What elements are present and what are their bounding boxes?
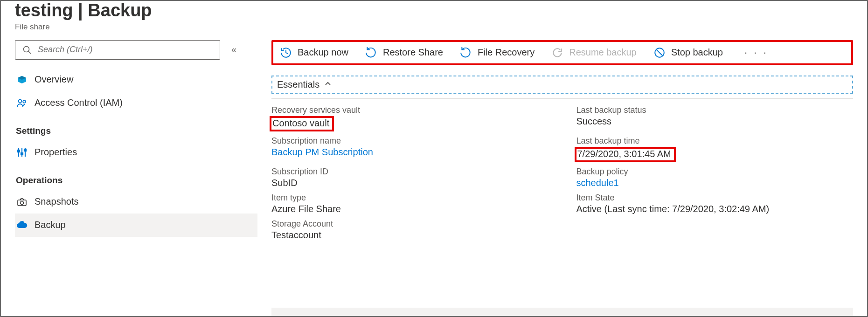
collapse-sidebar-icon[interactable]: « (229, 41, 239, 58)
subscription-name-label: Subscription name (271, 136, 549, 146)
subscription-id-value: SubID (271, 178, 549, 188)
svg-line-13 (656, 49, 662, 55)
refresh-icon (551, 47, 563, 59)
cube-icon (16, 74, 28, 86)
camera-icon (16, 196, 28, 208)
search-icon (21, 44, 33, 56)
item-type-value: Azure File Share (271, 204, 549, 214)
main-panel: Backup now Restore Share File Recovery (257, 40, 853, 316)
cloud-backup-icon (16, 219, 28, 231)
last-backup-time-label: Last backup time (576, 136, 854, 146)
storage-account-value: Testaccount (271, 230, 549, 241)
svg-line-1 (28, 51, 31, 54)
search-box[interactable] (15, 40, 220, 60)
more-actions-button[interactable]: · · · (744, 47, 768, 59)
people-icon (16, 97, 28, 109)
recovery-vault-value[interactable]: Contoso vault (270, 116, 334, 131)
sidebar: « Overview Access Control (IAM) Settings (15, 40, 257, 316)
sliders-icon (16, 146, 28, 158)
stop-backup-button[interactable]: Stop backup (653, 47, 723, 59)
toolbar-label: Resume backup (569, 47, 637, 58)
toolbar-label: Stop backup (671, 47, 723, 58)
item-state-value: Active (Last sync time: 7/29/2020, 3:02:… (576, 204, 854, 214)
resume-backup-button: Resume backup (551, 47, 637, 59)
svg-point-0 (24, 46, 29, 52)
sidebar-section-operations: Operations (15, 164, 257, 190)
sidebar-item-label: Properties (35, 147, 77, 158)
subscription-name-value[interactable]: Backup PM Subscription (271, 147, 549, 158)
toolbar-label: Restore Share (383, 47, 443, 58)
toolbar-label: Backup now (298, 47, 348, 58)
backup-policy-label: Backup policy (576, 167, 854, 177)
essentials-toggle[interactable]: Essentials (271, 76, 853, 94)
svg-rect-9 (24, 149, 26, 151)
svg-point-3 (23, 100, 26, 103)
sidebar-item-label: Access Control (IAM) (35, 97, 123, 108)
sidebar-section-settings: Settings (15, 115, 257, 141)
sidebar-item-label: Overview (35, 74, 73, 85)
sidebar-item-snapshots[interactable]: Snapshots (15, 190, 257, 214)
last-backup-status-label: Last backup status (576, 105, 854, 115)
file-recovery-button[interactable]: File Recovery (460, 47, 535, 59)
toolbar: Backup now Restore Share File Recovery (271, 40, 853, 65)
svg-rect-7 (18, 150, 20, 152)
last-backup-status-value: Success (576, 116, 854, 127)
search-input[interactable] (38, 45, 214, 55)
subscription-id-label: Subscription ID (271, 167, 549, 177)
undo-icon (460, 47, 472, 59)
essentials-grid: Recovery services vault Contoso vault La… (271, 105, 853, 241)
last-backup-time-value: 7/29/2020, 3:01:45 AM (575, 147, 676, 162)
divider (271, 98, 853, 99)
page-title: testing | Backup (15, 1, 853, 21)
sidebar-item-label: Backup (35, 220, 66, 230)
sidebar-item-label: Snapshots (35, 196, 79, 207)
svg-point-11 (21, 201, 24, 204)
stop-icon (653, 47, 666, 59)
backup-now-icon (280, 47, 292, 59)
footer-area (271, 308, 853, 316)
toolbar-label: File Recovery (478, 47, 535, 58)
item-type-label: Item type (271, 193, 549, 203)
sidebar-item-access-control[interactable]: Access Control (IAM) (15, 91, 257, 115)
undo-icon (365, 47, 377, 59)
sidebar-item-properties[interactable]: Properties (15, 141, 257, 164)
page-subtitle: File share (15, 22, 853, 32)
essentials-label: Essentials (277, 79, 319, 90)
sidebar-item-backup[interactable]: Backup (15, 214, 257, 237)
chevron-up-icon (324, 79, 332, 90)
storage-account-label: Storage Account (271, 219, 549, 229)
item-state-label: Item State (576, 193, 854, 203)
sidebar-item-overview[interactable]: Overview (15, 68, 257, 91)
backup-now-button[interactable]: Backup now (280, 47, 348, 59)
recovery-vault-label: Recovery services vault (271, 105, 549, 115)
svg-point-2 (19, 99, 22, 103)
backup-policy-value[interactable]: schedule1 (576, 178, 854, 188)
svg-rect-8 (21, 153, 23, 155)
restore-share-button[interactable]: Restore Share (365, 47, 443, 59)
